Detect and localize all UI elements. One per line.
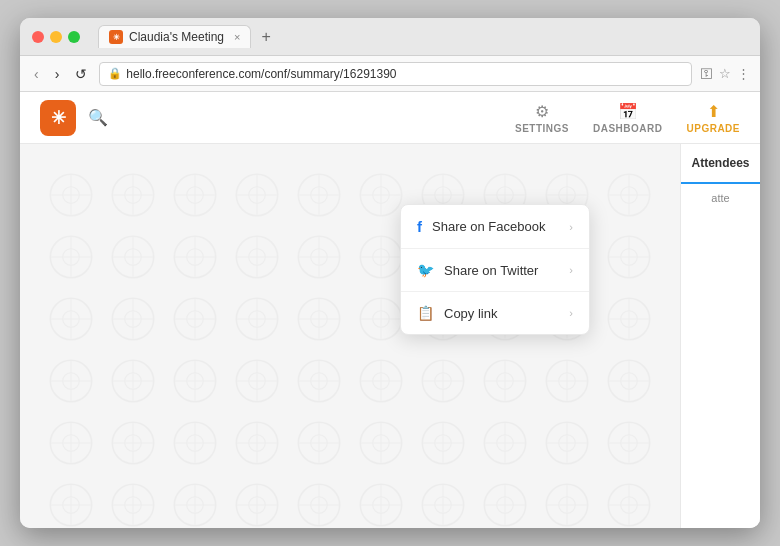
- sidebar-sub-label: atte: [681, 184, 760, 212]
- dashboard-label: DASHBOARD: [593, 123, 663, 134]
- main-area: Claudia's Meeting 0 AUG 4 2021 ⬆ Pro 7: [20, 144, 760, 528]
- key-icon[interactable]: ⚿: [700, 66, 713, 81]
- url-bar[interactable]: 🔒 hello.freeconference.com/conf/summary/…: [99, 62, 692, 86]
- copy-link-label: Copy link: [444, 306, 497, 321]
- upgrade-label: UPGRADE: [686, 123, 740, 134]
- forward-button[interactable]: ›: [51, 64, 64, 84]
- upgrade-icon: ⬆: [707, 102, 720, 121]
- tab-close-button[interactable]: ×: [234, 31, 240, 43]
- maximize-button[interactable]: [68, 31, 80, 43]
- header-nav: ⚙ SETTINGS 📅 DASHBOARD ⬆ UPGRADE: [515, 102, 740, 134]
- share-twitter-item[interactable]: 🐦 Share on Twitter ›: [401, 249, 589, 292]
- twitter-icon: 🐦: [417, 262, 434, 278]
- browser-window: ✳ Claudia's Meeting × + ‹ › ↺ 🔒 hello.fr…: [20, 18, 760, 528]
- settings-label: SETTINGS: [515, 123, 569, 134]
- tab-title: Claudia's Meeting: [129, 30, 224, 44]
- content-area: Claudia's Meeting 0 AUG 4 2021 ⬆ Pro 7: [20, 144, 680, 528]
- back-button[interactable]: ‹: [30, 64, 43, 84]
- tab-area: ✳ Claudia's Meeting × +: [98, 25, 277, 48]
- chevron-icon-copy: ›: [569, 307, 573, 319]
- share-facebook-item[interactable]: f Share on Facebook ›: [401, 205, 589, 249]
- browser-tab[interactable]: ✳ Claudia's Meeting ×: [98, 25, 251, 48]
- app-content: ✳ 🔍 ⚙ SETTINGS 📅 DASHBOARD ⬆ UPGRADE: [20, 92, 760, 528]
- right-sidebar: Attendees atte: [680, 144, 760, 528]
- dashboard-icon: 📅: [618, 102, 638, 121]
- chevron-icon-twitter: ›: [569, 264, 573, 276]
- attendees-tab[interactable]: Attendees: [681, 144, 760, 184]
- tab-favicon: ✳: [109, 30, 123, 44]
- new-tab-button[interactable]: +: [255, 26, 276, 48]
- copy-icon: 📋: [417, 305, 434, 321]
- url-text: hello.freeconference.com/conf/summary/16…: [126, 67, 396, 81]
- close-button[interactable]: [32, 31, 44, 43]
- copy-link-item[interactable]: 📋 Copy link ›: [401, 292, 589, 334]
- lock-icon: 🔒: [108, 67, 122, 80]
- refresh-button[interactable]: ↺: [71, 64, 91, 84]
- address-actions: ⚿ ☆ ⋮: [700, 66, 750, 81]
- more-icon[interactable]: ⋮: [737, 66, 750, 81]
- minimize-button[interactable]: [50, 31, 62, 43]
- share-dropdown: f Share on Facebook › 🐦 Share on Twitter…: [400, 204, 590, 335]
- facebook-icon: f: [417, 218, 422, 235]
- chevron-icon: ›: [569, 221, 573, 233]
- app-logo: ✳: [40, 100, 76, 136]
- nav-dashboard[interactable]: 📅 DASHBOARD: [593, 102, 663, 134]
- traffic-lights: [32, 31, 80, 43]
- address-bar: ‹ › ↺ 🔒 hello.freeconference.com/conf/su…: [20, 56, 760, 92]
- settings-icon: ⚙: [535, 102, 549, 121]
- search-icon[interactable]: 🔍: [88, 108, 108, 127]
- share-twitter-left: 🐦 Share on Twitter: [417, 262, 538, 278]
- share-facebook-left: f Share on Facebook: [417, 218, 545, 235]
- nav-settings[interactable]: ⚙ SETTINGS: [515, 102, 569, 134]
- share-twitter-label: Share on Twitter: [444, 263, 538, 278]
- copy-link-left: 📋 Copy link: [417, 305, 497, 321]
- share-facebook-label: Share on Facebook: [432, 219, 545, 234]
- nav-upgrade[interactable]: ⬆ UPGRADE: [686, 102, 740, 134]
- app-header: ✳ 🔍 ⚙ SETTINGS 📅 DASHBOARD ⬆ UPGRADE: [20, 92, 760, 144]
- star-icon[interactable]: ☆: [719, 66, 731, 81]
- title-bar: ✳ Claudia's Meeting × +: [20, 18, 760, 56]
